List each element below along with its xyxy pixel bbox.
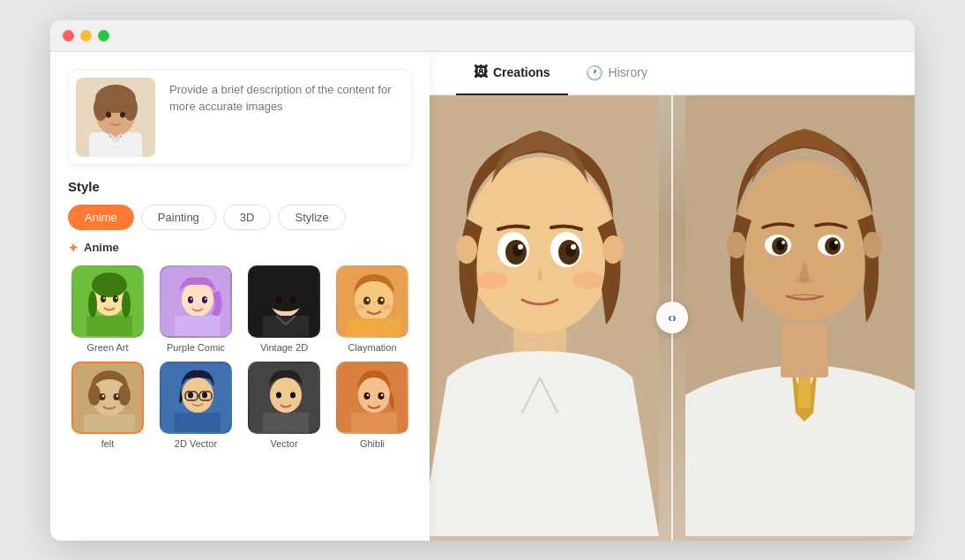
- svg-point-7: [106, 111, 111, 117]
- label-felt: felt: [101, 438, 115, 449]
- svg-point-44: [118, 385, 131, 406]
- top-tabs: 🖼 Creations 🕐 Hisrory: [430, 52, 915, 95]
- style-title: Style: [68, 179, 412, 194]
- svg-point-69: [381, 393, 383, 395]
- svg-point-24: [202, 296, 207, 303]
- label-vector: Vector: [270, 438, 297, 449]
- svg-rect-29: [263, 316, 309, 338]
- creations-icon: 🖼: [474, 64, 488, 80]
- left-portrait-svg: [430, 95, 659, 536]
- comparison-divider: ‹›: [671, 95, 673, 541]
- svg-point-30: [276, 296, 282, 303]
- svg-point-47: [114, 393, 120, 400]
- svg-rect-89: [781, 325, 828, 377]
- svg-point-39: [356, 304, 365, 310]
- svg-point-72: [465, 157, 615, 333]
- svg-point-18: [103, 297, 105, 299]
- style-item-felt[interactable]: felt: [68, 362, 147, 449]
- svg-point-17: [113, 295, 118, 302]
- tab-stylize[interactable]: Stylize: [278, 205, 345, 230]
- svg-point-12: [92, 273, 127, 297]
- style-thumb-felt: [71, 362, 144, 434]
- svg-point-66: [364, 392, 370, 399]
- tab-3d[interactable]: 3D: [223, 205, 272, 230]
- style-thumb-vector: [248, 362, 320, 434]
- svg-point-53: [188, 392, 193, 398]
- svg-point-83: [475, 272, 507, 289]
- svg-point-23: [188, 296, 193, 303]
- label-green-art: Green Art: [86, 342, 128, 353]
- category-label: Anime: [84, 241, 119, 254]
- svg-point-82: [571, 244, 576, 250]
- svg-rect-60: [263, 413, 309, 434]
- tab-history-label: Hisrory: [609, 65, 647, 79]
- svg-rect-22: [175, 316, 221, 338]
- browser-content: Style Anime Painting 3D Stylize ✦ Anime: [50, 52, 915, 541]
- label-ghibli: Ghibli: [360, 438, 385, 449]
- style-item-ghibli[interactable]: Ghibli: [333, 362, 412, 449]
- svg-point-33: [355, 280, 393, 322]
- description-input[interactable]: [166, 78, 404, 157]
- svg-point-46: [100, 393, 106, 400]
- svg-point-68: [367, 393, 369, 395]
- svg-point-62: [290, 392, 295, 398]
- style-category: ✦ Anime: [68, 241, 412, 255]
- svg-point-6: [123, 96, 138, 121]
- svg-rect-45: [84, 414, 135, 434]
- close-button[interactable]: [63, 30, 74, 41]
- svg-point-99: [782, 241, 785, 244]
- tab-painting[interactable]: Painting: [141, 205, 216, 230]
- style-thumb-2d-vector: [160, 362, 232, 434]
- svg-point-49: [116, 394, 118, 396]
- svg-point-16: [101, 295, 106, 302]
- svg-point-90: [736, 160, 873, 322]
- style-tabs: Anime Painting 3D Stylize: [68, 205, 412, 230]
- tab-history[interactable]: 🕐 Hisrory: [568, 52, 665, 95]
- left-panel: Style Anime Painting 3D Stylize ✦ Anime: [50, 52, 430, 541]
- svg-point-54: [202, 392, 207, 398]
- svg-point-31: [290, 296, 296, 303]
- svg-rect-13: [86, 316, 132, 338]
- divider-arrows: ‹›: [668, 310, 676, 325]
- style-item-purple-comic[interactable]: Purple Comic: [156, 265, 236, 353]
- svg-point-38: [381, 298, 384, 301]
- style-grid: Green Art: [68, 265, 412, 449]
- label-2d-vector: 2D Vector: [175, 438, 217, 449]
- style-item-vintage-2d[interactable]: Vintage 2D: [244, 265, 324, 353]
- tab-creations[interactable]: 🖼 Creations: [456, 52, 568, 95]
- sparkle-icon: ✦: [68, 241, 79, 255]
- browser-titlebar: [50, 20, 915, 52]
- comparison-area: ‹›: [430, 95, 915, 541]
- svg-point-102: [804, 277, 814, 284]
- avatar-preview: [76, 78, 155, 157]
- svg-point-91: [727, 232, 746, 258]
- label-claymation: Claymation: [348, 342, 396, 353]
- svg-point-74: [602, 235, 624, 264]
- svg-point-81: [518, 244, 523, 250]
- divider-handle[interactable]: ‹›: [656, 302, 688, 333]
- svg-point-67: [378, 392, 385, 399]
- style-item-vector[interactable]: Vector: [244, 362, 324, 449]
- style-item-green-art[interactable]: Green Art: [68, 265, 147, 353]
- label-purple-comic: Purple Comic: [167, 342, 225, 353]
- left-portrait: [430, 95, 672, 541]
- svg-rect-34: [347, 318, 401, 338]
- svg-point-14: [88, 291, 97, 317]
- svg-point-15: [122, 291, 131, 317]
- browser-window: Style Anime Painting 3D Stylize ✦ Anime: [50, 20, 915, 541]
- right-portrait: [672, 95, 915, 541]
- svg-point-100: [834, 241, 838, 244]
- tab-creations-label: Creations: [493, 65, 550, 79]
- minimize-button[interactable]: [80, 30, 92, 41]
- style-thumb-ghibli: [336, 362, 408, 434]
- svg-point-26: [205, 298, 206, 300]
- avatar-image: [76, 78, 155, 157]
- svg-point-92: [863, 232, 882, 258]
- tab-anime[interactable]: Anime: [68, 205, 134, 230]
- maximize-button[interactable]: [98, 30, 109, 41]
- style-thumb-green-art: [71, 265, 144, 338]
- label-vintage-2d: Vintage 2D: [260, 342, 308, 353]
- style-item-2d-vector[interactable]: 2D Vector: [156, 362, 236, 449]
- style-item-claymation[interactable]: Claymation: [333, 265, 412, 353]
- svg-point-40: [383, 304, 392, 310]
